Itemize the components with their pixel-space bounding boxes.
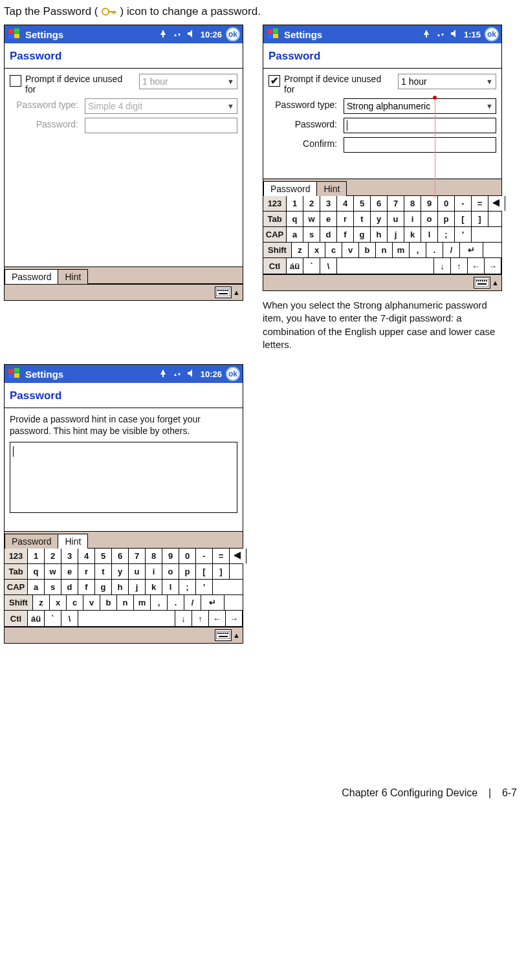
arrow-left-key[interactable]: ← bbox=[468, 258, 485, 274]
type-select[interactable]: Simple 4 digit ▼ bbox=[85, 98, 237, 114]
start-icon[interactable] bbox=[7, 367, 21, 381]
connectivity-icon[interactable] bbox=[435, 28, 446, 41]
on-screen-keyboard[interactable]: 1231234567890-=⯇Tabqwertyuiop[]CAPasdfgh… bbox=[5, 548, 243, 626]
key-2[interactable]: 2 bbox=[303, 196, 320, 211]
arrow-down-key[interactable]: ↓ bbox=[434, 258, 451, 274]
key-=[interactable]: = bbox=[213, 549, 230, 563]
key-n[interactable]: n bbox=[117, 595, 134, 610]
key-p[interactable]: p bbox=[179, 564, 196, 579]
key-s[interactable]: s bbox=[303, 227, 320, 242]
key-w[interactable]: w bbox=[45, 564, 61, 579]
key-o[interactable]: o bbox=[162, 564, 179, 579]
arrow-left-key[interactable]: ← bbox=[209, 611, 226, 626]
key-[[interactable]: [ bbox=[196, 564, 213, 579]
key-x[interactable]: x bbox=[309, 243, 325, 257]
arrow-up-key[interactable]: ↑ bbox=[192, 611, 209, 626]
backspace-key[interactable]: ⯇ bbox=[488, 196, 505, 211]
key-v[interactable]: v bbox=[342, 243, 359, 257]
key-cap[interactable]: CAP bbox=[5, 580, 28, 594]
tab-hint[interactable]: Hint bbox=[58, 269, 88, 284]
key-q[interactable]: q bbox=[28, 564, 45, 579]
key-5[interactable]: 5 bbox=[95, 549, 112, 563]
key-b[interactable]: b bbox=[100, 595, 117, 610]
hint-textarea[interactable] bbox=[10, 442, 237, 513]
key-x[interactable]: x bbox=[50, 595, 67, 610]
key-w[interactable]: w bbox=[303, 212, 320, 226]
key-ctl[interactable]: Ctl bbox=[5, 611, 28, 626]
key-;[interactable]: ; bbox=[438, 227, 455, 242]
tab-hint[interactable]: Hint bbox=[58, 534, 88, 549]
key-1[interactable]: 1 bbox=[287, 196, 303, 211]
key-e[interactable]: e bbox=[61, 564, 78, 579]
key-v[interactable]: v bbox=[83, 595, 100, 610]
key-l[interactable]: l bbox=[421, 227, 438, 242]
key-123[interactable]: 123 bbox=[263, 196, 287, 211]
key-ctl[interactable]: Ctl bbox=[263, 258, 287, 274]
tab-password[interactable]: Password bbox=[263, 181, 317, 196]
signal-icon[interactable] bbox=[421, 28, 432, 41]
key-d[interactable]: d bbox=[61, 580, 78, 594]
spacebar-key[interactable] bbox=[78, 611, 175, 626]
key-8[interactable]: 8 bbox=[146, 549, 162, 563]
key-][interactable]: ] bbox=[213, 564, 230, 579]
signal-icon[interactable] bbox=[158, 368, 168, 380]
enter-key[interactable]: ↵ bbox=[201, 595, 225, 610]
key-a[interactable]: a bbox=[287, 227, 303, 242]
tab-password[interactable]: Password bbox=[5, 269, 58, 284]
key-b[interactable]: b bbox=[359, 243, 376, 257]
enter-key[interactable]: ↵ bbox=[460, 243, 483, 257]
key-4[interactable]: 4 bbox=[337, 196, 354, 211]
key-,[interactable]: , bbox=[151, 595, 168, 610]
ok-button[interactable]: ok bbox=[226, 27, 240, 41]
key-g[interactable]: g bbox=[95, 580, 112, 594]
key-t[interactable]: t bbox=[354, 212, 371, 226]
key-k[interactable]: k bbox=[146, 580, 162, 594]
key-y[interactable]: y bbox=[371, 212, 388, 226]
key-backtick[interactable]: ` bbox=[303, 258, 320, 274]
key-shift[interactable]: Shift bbox=[263, 243, 292, 257]
key-m[interactable]: m bbox=[393, 243, 410, 257]
sip-menu-icon[interactable]: ▲ bbox=[492, 279, 499, 287]
connectivity-icon[interactable] bbox=[172, 368, 182, 380]
key-e[interactable]: e bbox=[320, 212, 337, 226]
key-,[interactable]: , bbox=[410, 243, 426, 257]
duration-select[interactable]: 1 hour ▼ bbox=[398, 74, 496, 89]
key-r[interactable]: r bbox=[337, 212, 354, 226]
key-c[interactable]: c bbox=[325, 243, 342, 257]
volume-icon[interactable] bbox=[186, 28, 197, 41]
key-9[interactable]: 9 bbox=[162, 549, 179, 563]
prompt-checkbox[interactable] bbox=[10, 75, 21, 87]
key-9[interactable]: 9 bbox=[421, 196, 438, 211]
key-g[interactable]: g bbox=[354, 227, 371, 242]
key-a[interactable]: a bbox=[28, 580, 45, 594]
key-6[interactable]: 6 bbox=[112, 549, 129, 563]
key-7[interactable]: 7 bbox=[129, 549, 146, 563]
key--[interactable]: - bbox=[455, 196, 472, 211]
volume-icon[interactable] bbox=[186, 368, 197, 380]
ok-button[interactable]: ok bbox=[485, 27, 499, 41]
key-accents[interactable]: áü bbox=[28, 611, 45, 626]
key-;[interactable]: ; bbox=[179, 580, 196, 594]
type-select[interactable]: Strong alphanumeric ▼ bbox=[344, 98, 496, 114]
key-t[interactable]: t bbox=[95, 564, 112, 579]
arrow-down-key[interactable]: ↓ bbox=[175, 611, 192, 626]
key-0[interactable]: 0 bbox=[179, 549, 196, 563]
key-s[interactable]: s bbox=[45, 580, 61, 594]
key-j[interactable]: j bbox=[388, 227, 404, 242]
backspace-key[interactable]: ⯇ bbox=[230, 549, 247, 563]
tab-password[interactable]: Password bbox=[5, 534, 58, 549]
password-input[interactable] bbox=[344, 118, 496, 133]
key-c[interactable]: c bbox=[67, 595, 83, 610]
tab-hint[interactable]: Hint bbox=[316, 181, 347, 196]
password-input[interactable] bbox=[85, 118, 237, 133]
key-accents[interactable]: áü bbox=[287, 258, 303, 274]
key-.[interactable]: . bbox=[426, 243, 443, 257]
key-r[interactable]: r bbox=[78, 564, 95, 579]
arrow-right-key[interactable]: → bbox=[485, 258, 501, 274]
key-d[interactable]: d bbox=[320, 227, 337, 242]
key-7[interactable]: 7 bbox=[388, 196, 404, 211]
key-tab[interactable]: Tab bbox=[5, 564, 28, 579]
key-3[interactable]: 3 bbox=[320, 196, 337, 211]
key-k[interactable]: k bbox=[404, 227, 421, 242]
signal-icon[interactable] bbox=[158, 28, 168, 41]
